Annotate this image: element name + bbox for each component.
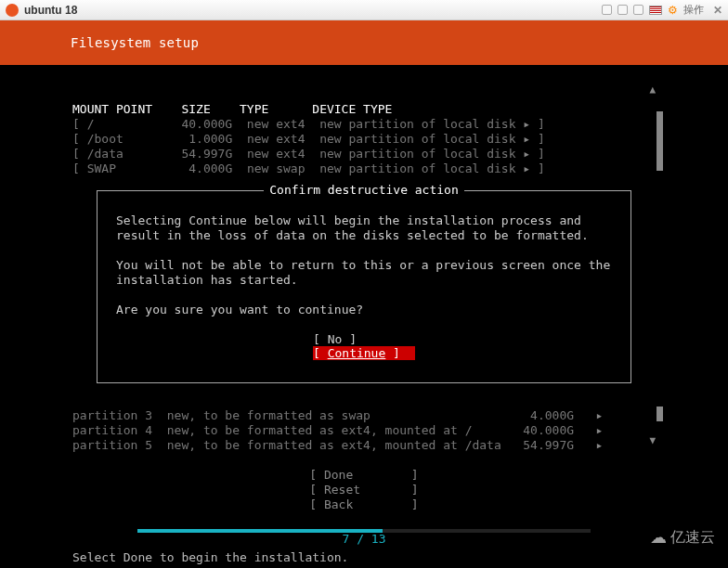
progress-text: 7 / 13 (0, 532, 728, 546)
window-min-icon[interactable] (602, 5, 612, 15)
chevron-right-icon: ▸ (523, 132, 530, 146)
operate-label[interactable]: 操作 (683, 3, 704, 17)
chevron-right-icon: ▸ (596, 438, 604, 452)
dialog-text-3: Are you sure you want to continue? (116, 303, 612, 317)
table-row[interactable]: [ /boot 1.000G new ext4 new partition of… (72, 132, 545, 146)
list-item[interactable]: partition 5 new, to be formatted as ext4… (72, 438, 603, 452)
dialog-text-1: Selecting Continue below will begin the … (116, 213, 612, 243)
flag-icon (649, 6, 662, 15)
scroll-up-icon[interactable]: ▲ (649, 84, 656, 96)
scrollbar-thumb-top[interactable] (656, 111, 663, 171)
col-type: TYPE (240, 102, 268, 116)
window-title: ubuntu 18 (24, 4, 77, 17)
continue-button[interactable]: [ Continue ] (313, 346, 415, 360)
chevron-right-icon: ▸ (523, 161, 530, 175)
dialog-text-2: You will not be able to return to this o… (116, 258, 612, 288)
back-button[interactable]: [ Back ] (309, 497, 418, 511)
col-size: SIZE (181, 102, 210, 116)
done-button[interactable]: [ Done ] (309, 468, 418, 482)
ubuntu-logo-icon (6, 4, 19, 17)
table-row[interactable]: [ / 40.000G new ext4 new partition of lo… (72, 117, 545, 131)
list-item[interactable]: partition 3 new, to be formatted as swap… (72, 408, 603, 422)
scrollbar-thumb-bottom[interactable] (656, 407, 663, 421)
reset-button[interactable]: [ Reset ] (309, 483, 418, 497)
col-device: DEVICE TYPE (312, 102, 392, 116)
footer-actions: [ Done ] [ Reset ] [ Back ] (0, 468, 728, 512)
installer-header: Filesystem setup (0, 20, 728, 65)
hint-text: Select Done to begin the installation. (72, 550, 348, 564)
chevron-right-icon: ▸ (523, 117, 530, 131)
window-titlebar: ubuntu 18 ⚙ 操作 ✕ (0, 0, 728, 20)
chevron-right-icon: ▸ (523, 147, 530, 161)
table-row[interactable]: [ /data 54.997G new ext4 new partition o… (72, 147, 545, 161)
gear-icon[interactable]: ⚙ (668, 4, 678, 17)
page-title: Filesystem setup (71, 35, 199, 50)
chevron-right-icon: ▸ (596, 423, 604, 437)
list-item[interactable]: partition 4 new, to be formatted as ext4… (72, 423, 603, 437)
scroll-down-icon[interactable]: ▼ (649, 434, 656, 446)
dialog-title: Confirm destructive action (98, 183, 630, 197)
partition-list: partition 3 new, to be formatted as swap… (72, 408, 669, 453)
terminal-area: ▲ MOUNT POINT SIZE TYPE DEVICE TYPE [ / … (0, 65, 728, 568)
no-button[interactable]: [ No ] (313, 332, 415, 346)
confirm-dialog: Confirm destructive action Selecting Con… (97, 190, 631, 383)
window-close-icon[interactable]: ✕ (713, 4, 722, 17)
col-mount: MOUNT POINT (72, 102, 152, 116)
mount-table: MOUNT POINT SIZE TYPE DEVICE TYPE [ / 40… (72, 102, 545, 176)
chevron-right-icon: ▸ (596, 408, 604, 422)
window-max-icon[interactable] (633, 5, 644, 15)
window-restore-icon[interactable] (618, 5, 628, 15)
table-row[interactable]: [ SWAP 4.000G new swap new partition of … (72, 161, 545, 175)
